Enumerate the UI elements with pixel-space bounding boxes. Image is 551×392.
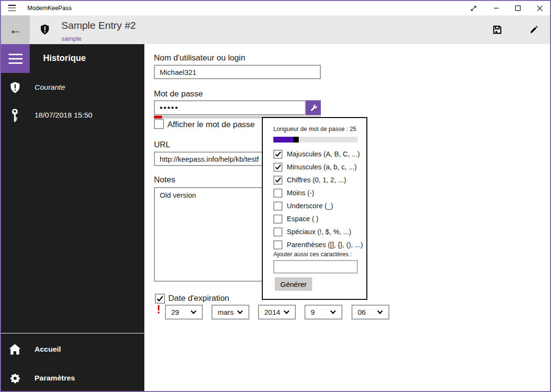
- chevron-down-icon: [330, 310, 336, 314]
- extra-chars-input[interactable]: [273, 260, 358, 273]
- minute-select[interactable]: 06: [352, 305, 389, 320]
- username-label: Nom d'utilisateur ou login: [154, 53, 245, 63]
- checkmark-icon: [275, 164, 281, 170]
- minute-select-value: 06: [358, 308, 377, 316]
- entry-group-link[interactable]: sample: [61, 35, 82, 42]
- edit-button[interactable]: [528, 24, 540, 36]
- option-underscore[interactable]: Underscore (_): [273, 201, 333, 211]
- modernkeepass-window: ModernKeePass ← Sample Entry #2 sample: [0, 0, 551, 392]
- space-checkbox[interactable]: [273, 214, 282, 224]
- day-select[interactable]: 29: [165, 305, 203, 320]
- url-label: URL: [154, 140, 170, 150]
- option-label: Moins (-): [287, 189, 314, 197]
- close-button[interactable]: [530, 1, 549, 15]
- uppercase-checkbox[interactable]: [273, 150, 282, 159]
- checkmark-icon: [275, 151, 281, 157]
- gear-icon: [9, 373, 21, 384]
- sidebar-item-label: 18/07/2018 15:50: [35, 111, 93, 119]
- diagonal-resize-icon: [470, 5, 477, 12]
- year-select[interactable]: 2014: [258, 305, 296, 320]
- chevron-down-icon: [190, 310, 197, 314]
- sidebar-item-home[interactable]: Accueil: [1, 341, 144, 358]
- pencil-icon: [528, 24, 539, 35]
- password-length-label: Longueur de mot de passe : 25: [273, 126, 356, 132]
- expired-warning-icon: !: [157, 303, 161, 316]
- option-label: Spéciaux (!, $, %, ...): [287, 228, 352, 236]
- maximize-icon: [515, 5, 521, 11]
- option-minus[interactable]: Moins (-): [273, 188, 314, 198]
- expiration-label[interactable]: Date d'expiration: [168, 294, 229, 303]
- option-uppercase[interactable]: Majuscules (A, B, C, ...): [273, 149, 360, 159]
- option-label: Chiffres (0, 1, 2, ...): [287, 176, 346, 184]
- sidebar-item-label: Courante: [35, 83, 65, 92]
- year-select-value: 2014: [264, 308, 283, 316]
- sidebar-hamburger-button[interactable]: [1, 44, 30, 73]
- header: ← Sample Entry #2 sample: [1, 15, 550, 44]
- checkmark-icon: [275, 177, 281, 183]
- hour-select-value: 9: [311, 308, 330, 316]
- notes-label: Notes: [154, 175, 175, 185]
- password-label: Mot de passe: [154, 89, 203, 99]
- minimize-icon: [493, 5, 499, 11]
- option-label: Underscore (_): [287, 202, 333, 210]
- digits-checkbox[interactable]: [273, 176, 282, 185]
- save-button[interactable]: [491, 24, 504, 36]
- save-icon: [492, 24, 503, 35]
- option-space[interactable]: Espace ( ): [273, 214, 318, 224]
- sidebar-item-current[interactable]: Courante: [1, 79, 144, 96]
- chevron-down-icon: [377, 310, 383, 314]
- minus-checkbox[interactable]: [273, 189, 282, 198]
- month-select[interactable]: mars: [211, 305, 249, 320]
- password-length-slider[interactable]: [273, 137, 358, 143]
- shield-exclamation-icon: [9, 82, 21, 93]
- option-label: Minuscules (a, b, c, ...): [287, 163, 357, 171]
- wrench-icon: [309, 104, 318, 112]
- maximize-button[interactable]: [508, 1, 528, 15]
- username-input[interactable]: [154, 65, 321, 79]
- sidebar-item-history-entry[interactable]: 18/07/2018 15:50: [1, 107, 144, 124]
- back-arrow-icon: ←: [9, 24, 22, 36]
- show-password-checkbox[interactable]: [154, 119, 164, 129]
- entry-title: Sample Entry #2: [61, 20, 136, 31]
- sidebar-item-label: Paramètres: [35, 374, 75, 382]
- special-checkbox[interactable]: [273, 227, 282, 237]
- close-icon: [537, 5, 543, 12]
- password-generator-button[interactable]: [306, 100, 321, 115]
- slider-handle[interactable]: [293, 137, 299, 143]
- option-label: Majuscules (A, B, C, ...): [287, 150, 360, 158]
- option-label: Espace ( ): [287, 215, 318, 223]
- option-label: Parenthèses ([], {}, (), ...): [287, 241, 363, 249]
- option-brackets[interactable]: Parenthèses ([], {}, (), ...): [273, 239, 363, 250]
- show-password-label[interactable]: Afficher le mot de passe: [167, 120, 255, 130]
- extra-chars-label: Ajouter aussi ces caractères :: [273, 251, 352, 258]
- brackets-checkbox[interactable]: [273, 240, 282, 249]
- lowercase-checkbox[interactable]: [273, 163, 282, 172]
- hour-select[interactable]: 9: [305, 305, 342, 320]
- entry-shield-icon: [41, 24, 49, 36]
- option-lowercase[interactable]: Minuscules (a, b, c, ...): [273, 162, 357, 172]
- sidebar-heading: Historique: [43, 53, 86, 63]
- option-digits[interactable]: Chiffres (0, 1, 2, ...): [273, 175, 346, 185]
- titlebar: ModernKeePass: [1, 1, 550, 15]
- sidebar-item-settings[interactable]: Paramètres: [1, 369, 144, 387]
- home-icon: [9, 344, 21, 355]
- checkmark-icon: [156, 295, 164, 302]
- slider-fill: [273, 137, 293, 143]
- underscore-checkbox[interactable]: [273, 202, 282, 211]
- expiration-checkbox[interactable]: [155, 294, 165, 304]
- option-special[interactable]: Spéciaux (!, $, %, ...): [273, 226, 352, 237]
- password-input[interactable]: [154, 100, 306, 115]
- back-button[interactable]: ←: [1, 15, 30, 44]
- password-generator-popup: Longueur de mot de passe : 25 Majuscules…: [262, 117, 367, 300]
- sidebar: Historique Courante 18/07/2018 15:50 Acc…: [1, 44, 144, 391]
- chevron-down-icon: [237, 310, 243, 314]
- key-icon: [9, 109, 21, 122]
- titlebar-hamburger-icon[interactable]: [8, 5, 16, 11]
- app-title: ModernKeePass: [27, 5, 71, 12]
- generate-button[interactable]: Générer: [275, 277, 312, 291]
- day-select-value: 29: [171, 308, 190, 316]
- minimize-button[interactable]: [487, 1, 506, 15]
- sidebar-item-label: Accueil: [35, 345, 61, 354]
- fullscreen-button[interactable]: [464, 1, 483, 15]
- month-select-value: mars: [218, 308, 237, 316]
